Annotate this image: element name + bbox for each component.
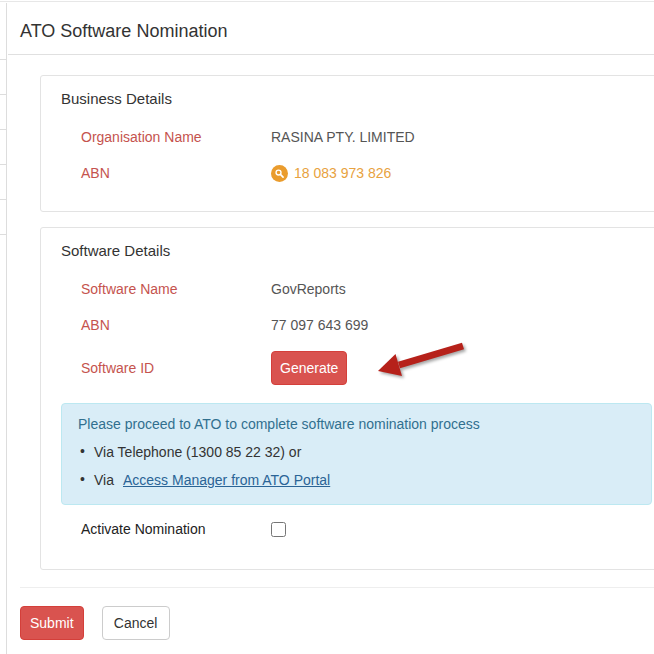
list-divider — [0, 129, 7, 130]
software-id-row: Software ID Generate — [61, 351, 649, 385]
software-name-row: Software Name GovReports — [61, 279, 649, 299]
info-link-prefix: Via — [94, 472, 114, 488]
software-details-heading: Software Details — [61, 242, 649, 259]
software-abn-row: ABN 77 097 643 699 — [61, 315, 649, 335]
info-message: Please proceed to ATO to complete softwa… — [78, 416, 635, 432]
list-divider — [0, 234, 7, 235]
list-divider — [0, 94, 7, 95]
software-abn-value: 77 097 643 699 — [271, 317, 368, 333]
organisation-name-label: Organisation Name — [81, 129, 271, 145]
page-title: ATO Software Nomination — [20, 19, 642, 43]
business-abn-row: ABN 18 083 973 826 — [61, 163, 649, 183]
magnifier-icon[interactable] — [271, 165, 288, 182]
organisation-name-row: Organisation Name RASINA PTY. LIMITED — [61, 127, 649, 147]
footer-divider — [20, 587, 654, 588]
cutoff-left-list — [0, 3, 7, 654]
software-name-value: GovReports — [271, 281, 346, 297]
business-abn-value: 18 083 973 826 — [294, 165, 391, 181]
activate-nomination-checkbox[interactable] — [271, 522, 286, 537]
main-panel: ATO Software Nomination Business Details… — [8, 2, 654, 654]
software-id-label: Software ID — [81, 360, 271, 376]
business-details-section: Business Details Organisation Name RASIN… — [40, 75, 654, 212]
info-bullet-link-item: ViaAccess Manager from ATO Portal — [78, 472, 635, 488]
software-name-label: Software Name — [81, 281, 271, 297]
activate-nomination-row: Activate Nomination — [61, 519, 649, 539]
list-divider — [0, 199, 7, 200]
organisation-name-value: RASINA PTY. LIMITED — [271, 129, 415, 145]
software-details-section: Software Details Software Name GovReport… — [40, 227, 654, 570]
info-bullet-telephone: Via Telephone (1300 85 22 32) or — [78, 444, 635, 460]
access-manager-link[interactable]: Access Manager from ATO Portal — [123, 472, 330, 488]
red-arrow-icon — [366, 333, 478, 383]
generate-button[interactable]: Generate — [271, 351, 347, 385]
list-divider — [0, 59, 7, 60]
business-abn-value-group: 18 083 973 826 — [271, 165, 391, 182]
business-abn-label: ABN — [81, 165, 271, 181]
submit-button[interactable]: Submit — [20, 606, 84, 640]
business-details-heading: Business Details — [61, 90, 649, 107]
panel-header: ATO Software Nomination — [8, 2, 654, 55]
activate-nomination-label: Activate Nomination — [81, 521, 271, 537]
list-divider — [0, 164, 7, 165]
form-actions: Submit Cancel — [20, 606, 654, 640]
ato-info-box: Please proceed to ATO to complete softwa… — [61, 403, 652, 505]
software-abn-label: ABN — [81, 317, 271, 333]
info-bullet-list: Via Telephone (1300 85 22 32) or ViaAcce… — [78, 444, 635, 488]
cancel-button[interactable]: Cancel — [102, 606, 170, 640]
